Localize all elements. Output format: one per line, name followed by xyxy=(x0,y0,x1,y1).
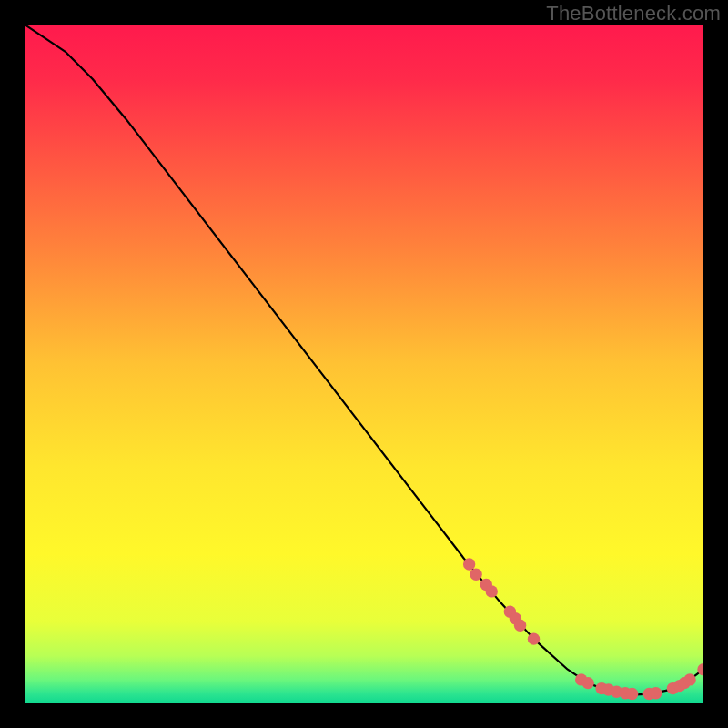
marker-dot xyxy=(626,688,638,700)
marker-dot xyxy=(581,677,593,689)
plot-area xyxy=(25,25,703,703)
marker-dot xyxy=(470,569,481,581)
chart-svg xyxy=(25,25,703,703)
marker-dot xyxy=(486,585,498,597)
marker-dot xyxy=(463,558,475,570)
marker-dot xyxy=(683,673,695,685)
chart-frame: TheBottleneck.com xyxy=(0,0,728,728)
marker-dot xyxy=(650,687,662,699)
watermark-text: TheBottleneck.com xyxy=(546,2,721,25)
marker-dot xyxy=(528,632,540,644)
gradient-background xyxy=(25,25,703,703)
marker-dot xyxy=(514,620,526,632)
